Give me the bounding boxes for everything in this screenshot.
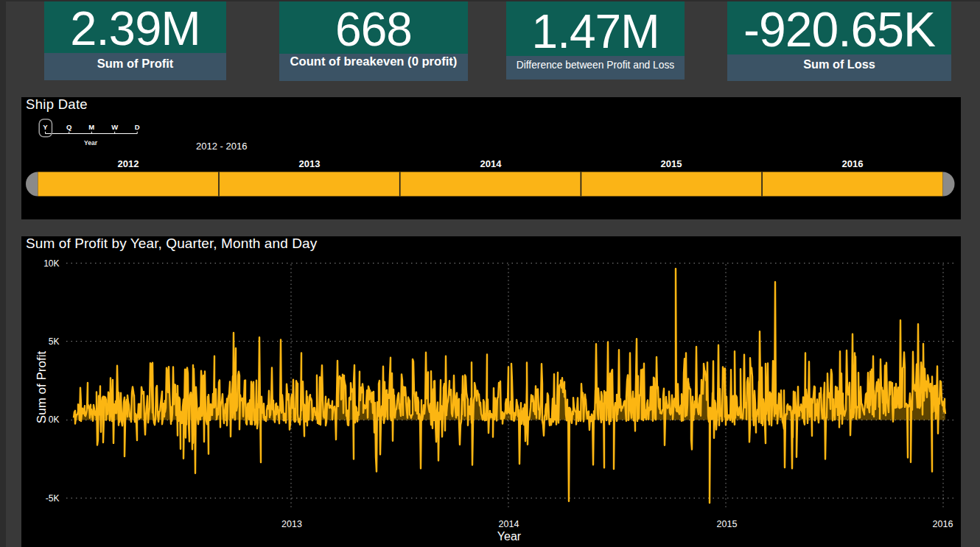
svg-text:Q: Q — [66, 123, 71, 131]
svg-text:10K: 10K — [43, 258, 59, 269]
svg-text:2014: 2014 — [499, 519, 519, 529]
svg-text:M: M — [88, 123, 94, 131]
svg-text:Sum of Profit: Sum of Profit — [35, 351, 49, 424]
svg-text:2016: 2016 — [933, 519, 953, 529]
svg-text:Ship Date: Ship Date — [26, 97, 88, 112]
svg-text:0K: 0K — [49, 414, 60, 425]
svg-text:Year: Year — [84, 139, 98, 147]
svg-text:Year: Year — [497, 530, 522, 543]
svg-text:2015: 2015 — [661, 158, 682, 169]
svg-text:2014: 2014 — [480, 158, 503, 169]
svg-text:2013: 2013 — [299, 158, 321, 169]
svg-text:Sum of Profit by Year, Quarter: Sum of Profit by Year, Quarter, Month an… — [26, 236, 318, 251]
svg-text:D: D — [135, 123, 140, 131]
svg-text:2013: 2013 — [281, 519, 302, 529]
svg-text:2012: 2012 — [118, 158, 139, 169]
svg-text:2016: 2016 — [842, 158, 864, 169]
svg-text:5K: 5K — [49, 336, 60, 347]
svg-text:2015: 2015 — [717, 519, 738, 529]
svg-text:2012 - 2016: 2012 - 2016 — [196, 141, 247, 152]
svg-text:-5K: -5K — [46, 493, 60, 504]
svg-text:Y: Y — [43, 123, 48, 131]
svg-text:W: W — [111, 123, 118, 131]
